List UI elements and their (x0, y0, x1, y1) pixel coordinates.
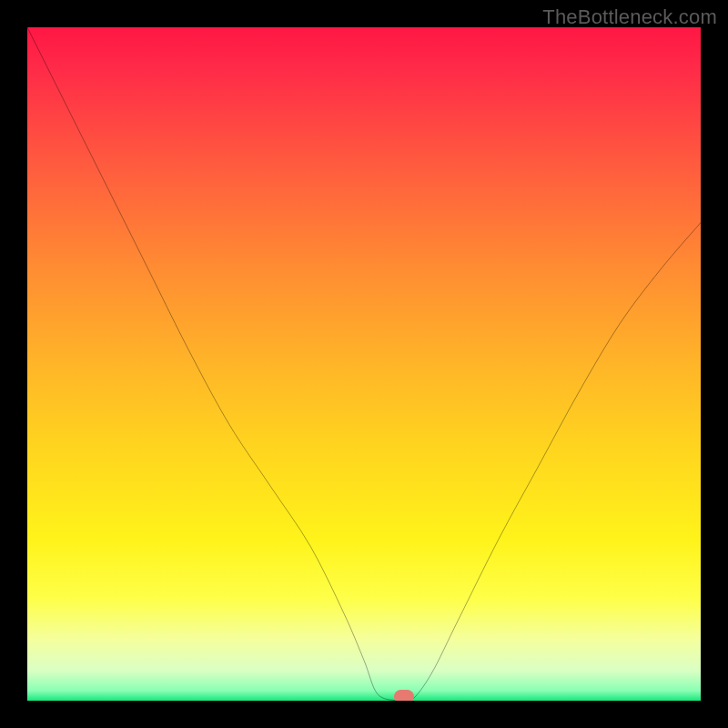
plot-area (27, 27, 701, 701)
minimum-marker (394, 690, 414, 701)
bottleneck-curve (27, 27, 701, 701)
chart-frame: TheBottleneck.com (0, 0, 728, 728)
watermark-label: TheBottleneck.com (542, 5, 717, 29)
